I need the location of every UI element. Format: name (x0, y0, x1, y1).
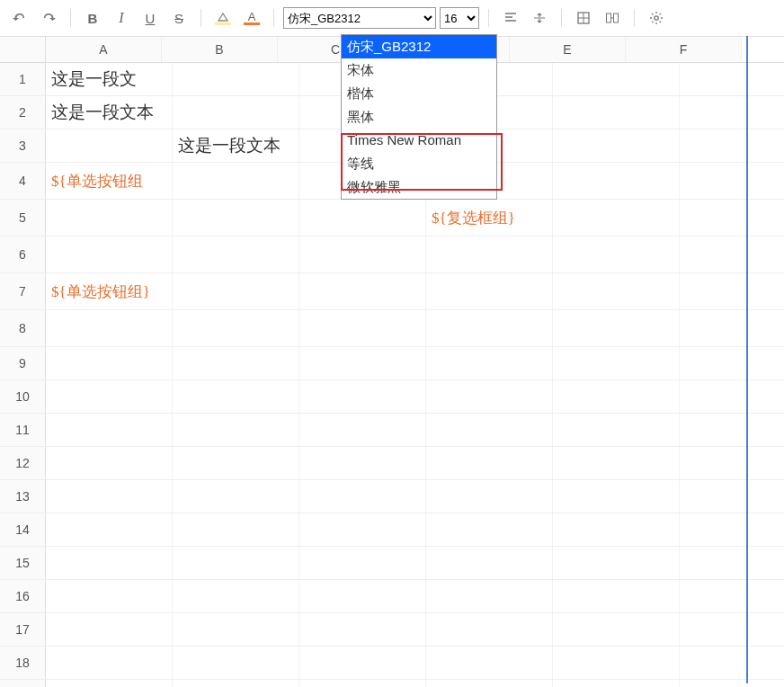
cell-A12[interactable] (46, 447, 173, 479)
cell-C16[interactable] (299, 580, 426, 612)
cell-E17[interactable] (553, 613, 680, 646)
row-header-4[interactable]: 4 (0, 163, 46, 199)
font-option[interactable]: 黑体 (342, 105, 496, 129)
cell-F2[interactable] (680, 96, 784, 129)
cell-C6[interactable] (299, 236, 426, 272)
cell-A6[interactable] (46, 236, 173, 272)
align-left-button[interactable] (498, 5, 523, 31)
cell-B19[interactable] (173, 680, 299, 687)
cell-F9[interactable] (680, 347, 784, 379)
corner-cell[interactable] (0, 37, 46, 62)
column-header-F[interactable]: F (626, 37, 742, 62)
cell-C13[interactable] (299, 480, 426, 513)
row-header-11[interactable]: 11 (0, 414, 46, 446)
cell-B2[interactable] (173, 96, 299, 129)
cell-F15[interactable] (680, 547, 784, 579)
cell-C18[interactable] (299, 647, 426, 679)
cell-F4[interactable] (680, 163, 784, 199)
cell-C5[interactable] (299, 200, 426, 236)
cell-E3[interactable] (553, 129, 680, 162)
cell-B17[interactable] (173, 613, 299, 646)
row-header-1[interactable]: 1 (0, 63, 46, 95)
cell-C14[interactable] (299, 513, 426, 546)
cell-B3[interactable]: 这是一段文本 (173, 129, 299, 162)
column-header-E[interactable]: E (510, 37, 626, 62)
cell-E4[interactable] (553, 163, 680, 199)
cell-E10[interactable] (553, 380, 680, 413)
cell-C9[interactable] (299, 347, 426, 379)
cell-E8[interactable] (553, 310, 680, 346)
cell-B4[interactable] (173, 163, 299, 199)
cell-D13[interactable] (426, 480, 553, 513)
cell-F13[interactable] (680, 480, 784, 513)
font-color-button[interactable]: A (239, 5, 264, 31)
cell-A18[interactable] (46, 647, 173, 679)
cell-C12[interactable] (299, 447, 426, 479)
cell-D5[interactable]: ${复选框组} (426, 200, 553, 236)
cell-E19[interactable] (553, 680, 680, 687)
cell-C8[interactable] (299, 310, 426, 346)
font-option[interactable]: 宋体 (342, 58, 496, 82)
settings-button[interactable] (644, 5, 669, 31)
borders-button[interactable] (571, 5, 596, 31)
cell-D18[interactable] (426, 647, 553, 679)
align-vertical-button[interactable] (527, 5, 552, 31)
cell-A9[interactable] (46, 347, 173, 379)
row-header-7[interactable]: 7 (0, 273, 46, 309)
font-option[interactable]: 等线 (342, 152, 496, 175)
cell-C11[interactable] (299, 414, 426, 446)
fill-color-button[interactable] (210, 5, 236, 31)
cell-E16[interactable] (553, 580, 680, 612)
cell-C15[interactable] (299, 547, 426, 579)
cell-A7[interactable]: ${单选按钮组} (46, 273, 173, 309)
cell-E7[interactable] (553, 273, 680, 309)
font-dropdown[interactable]: 仿宋_GB2312宋体楷体黑体Times New Roman等线微软雅黑 (341, 34, 497, 200)
strikethrough-button[interactable]: S (166, 5, 192, 31)
cell-F8[interactable] (680, 310, 784, 346)
cell-E9[interactable] (553, 347, 680, 379)
cell-A15[interactable] (46, 547, 173, 579)
cell-B9[interactable] (173, 347, 299, 379)
cell-B5[interactable] (173, 200, 299, 236)
cell-A5[interactable] (46, 200, 173, 236)
cell-D6[interactable] (426, 236, 553, 272)
font-size-select[interactable]: 16 (440, 7, 479, 29)
cell-A10[interactable] (46, 380, 173, 413)
redo-button[interactable] (36, 5, 61, 31)
font-option[interactable]: Times New Roman (342, 129, 496, 152)
cell-E11[interactable] (553, 414, 680, 446)
row-header-18[interactable]: 18 (0, 647, 46, 679)
merge-cells-button[interactable] (600, 5, 625, 31)
cell-E13[interactable] (553, 480, 680, 513)
cell-B8[interactable] (173, 310, 299, 346)
cell-B18[interactable] (173, 647, 299, 679)
cell-D16[interactable] (426, 580, 553, 612)
cell-D19[interactable] (426, 680, 553, 687)
row-header-5[interactable]: 5 (0, 200, 46, 236)
row-header-19[interactable]: 19 (0, 680, 46, 687)
cell-A4[interactable]: ${单选按钮组 (46, 163, 173, 199)
cell-E12[interactable] (553, 447, 680, 479)
cell-A13[interactable] (46, 480, 173, 513)
row-header-16[interactable]: 16 (0, 580, 46, 612)
cell-F14[interactable] (680, 513, 784, 546)
cell-F10[interactable] (680, 380, 784, 413)
column-header-A[interactable]: A (46, 37, 162, 62)
cell-D10[interactable] (426, 380, 553, 413)
font-option[interactable]: 楷体 (342, 82, 496, 105)
cell-D15[interactable] (426, 547, 553, 579)
cell-E1[interactable] (553, 63, 680, 95)
undo-button[interactable] (7, 5, 32, 31)
row-header-3[interactable]: 3 (0, 129, 46, 162)
cell-B10[interactable] (173, 380, 299, 413)
column-header-B[interactable]: B (162, 37, 278, 62)
cell-B1[interactable] (173, 63, 299, 95)
italic-button[interactable]: I (109, 5, 134, 31)
cell-B15[interactable] (173, 547, 299, 579)
cell-A8[interactable] (46, 310, 173, 346)
cell-A19[interactable] (46, 680, 173, 687)
cell-C19[interactable] (299, 680, 426, 687)
cell-B11[interactable] (173, 414, 299, 446)
cell-F11[interactable] (680, 414, 784, 446)
cell-F3[interactable] (680, 129, 784, 162)
